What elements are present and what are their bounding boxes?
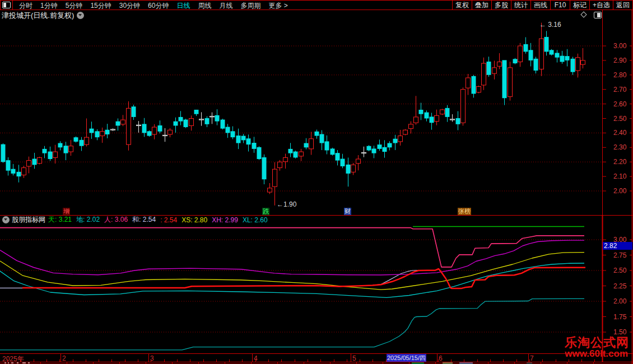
menu-item-2[interactable]: 1分钟	[36, 2, 62, 10]
tool-menu-item-1[interactable]: 复权	[452, 1, 472, 10]
indicator-value: : 2.54	[160, 216, 177, 224]
tool-menu-item-6[interactable]: F10	[550, 1, 570, 10]
time-axis-label: 5	[352, 354, 356, 362]
tools-menu: 复权叠加多股统计画线F10标记+自选返回	[452, 1, 632, 10]
stock-app-window: { "menu_bar": { "left_items": [ {"label"…	[0, 0, 633, 364]
menu-item-8[interactable]: 周线	[194, 2, 215, 10]
time-axis: 2025/05/15/四 2025年234567	[0, 354, 633, 362]
indicator-name: 股朋指标网	[12, 215, 45, 225]
price-axis-label: 2.40	[613, 129, 626, 137]
time-axis-label: 6	[439, 354, 443, 362]
window-pane-icon[interactable]	[2, 2, 11, 8]
indicator-value: 地: 2.02	[76, 215, 100, 225]
top-menu-bar: 分时1分钟5分钟15分钟30分钟60分钟日线周线月线多周期更多 > 复权叠加多股…	[0, 0, 633, 10]
title-bar: 津投城开(日线.前复权)	[2, 11, 84, 20]
price-axis-label: 2.70	[613, 86, 626, 94]
price-axis-label: 2.10	[613, 172, 626, 180]
price-axis-label: 2.60	[613, 100, 626, 108]
current-value-badge: 2.82	[603, 242, 632, 250]
tool-menu-item-3[interactable]: 多股	[491, 1, 511, 10]
tool-menu-item-8[interactable]: +自选	[589, 1, 613, 10]
indicator-value: 人: 3.06	[104, 215, 128, 225]
menu-item-11[interactable]: 更多 >	[264, 2, 291, 10]
tool-menu-item-2[interactable]: 叠加	[472, 1, 491, 10]
tool-menu-item-5[interactable]: 画线	[530, 1, 550, 10]
title-bar-icons	[581, 12, 615, 20]
indicator-value: 和: 2.54	[132, 215, 156, 225]
indicator-value: XS: 2.80	[181, 216, 207, 224]
menu-item-4[interactable]: 15分钟	[86, 2, 115, 10]
menu-item-10[interactable]: 多周期	[236, 2, 264, 10]
price-axis-label: 2.30	[613, 143, 626, 151]
indicator-axis-label: 2.00	[613, 297, 626, 305]
indicator-axis-label: 2.75	[613, 251, 626, 259]
menu-item-3[interactable]: 5分钟	[62, 2, 87, 10]
indicator-axis-label: 1.75	[613, 313, 626, 321]
event-marker[interactable]: 跌	[262, 208, 269, 215]
indicator-value: 天: 3.21	[48, 215, 72, 225]
menu-item-9[interactable]: 月线	[215, 2, 236, 10]
price-axis-label: 2.50	[613, 115, 626, 123]
price-axis-label: 2.80	[613, 71, 626, 79]
time-axis-label: 4	[254, 354, 258, 362]
event-marker[interactable]: 张榜	[458, 208, 471, 215]
menu-divider	[12, 1, 13, 10]
time-axis-label: 3	[150, 354, 154, 362]
tool-menu-item-9[interactable]: 返回	[613, 1, 632, 10]
indicator-value: XH: 2.99	[212, 216, 238, 224]
price-axis-label: 3.00	[613, 42, 626, 50]
high-price-annotation: ← 3.16	[539, 21, 561, 29]
stock-title: 津投城开(日线.前复权)	[2, 11, 74, 21]
indicator-value: XL: 2.60	[243, 216, 268, 224]
indicator-axis-label: 2.50	[613, 267, 626, 274]
time-axis-label: 2	[62, 354, 66, 362]
split-pane-icon[interactable]	[594, 12, 602, 18]
price-axis-label: 2.90	[613, 57, 626, 64]
chevron-down-icon[interactable]	[2, 216, 10, 223]
time-axis-label: 7	[530, 354, 534, 362]
event-marker[interactable]: 增	[63, 208, 70, 215]
selected-date-badge: 2025/05/15/四	[387, 354, 426, 362]
menu-item-5[interactable]: 30分钟	[115, 2, 144, 10]
menu-item-6[interactable]: 60分钟	[144, 2, 173, 10]
tool-menu-item-7[interactable]: 标记	[570, 1, 589, 10]
period-menu: 分时1分钟5分钟15分钟30分钟60分钟日线周线月线多周期更多 >	[15, 0, 292, 11]
price-axis-label: 2.20	[613, 158, 626, 166]
watermark-site-url: www.60lt.com	[565, 348, 628, 360]
indicator-header: 股朋指标网 天: 3.21地: 2.02人: 3.06和: 2.54: 2.54…	[0, 216, 599, 224]
diamond-icon[interactable]	[580, 11, 587, 17]
chart-canvas[interactable]	[0, 0, 633, 364]
event-marker[interactable]: 财	[344, 208, 351, 215]
tool-menu-item-4[interactable]: 统计	[511, 1, 530, 10]
menu-item-1[interactable]: 分时	[15, 2, 36, 10]
indicator-axis-label: 2.25	[613, 282, 626, 290]
chevron-down-icon[interactable]	[77, 12, 84, 19]
price-axis-label: 2.00	[613, 187, 626, 195]
menu-item-7[interactable]: 日线	[173, 2, 194, 10]
low-price-annotation: ←1.90	[277, 200, 296, 208]
